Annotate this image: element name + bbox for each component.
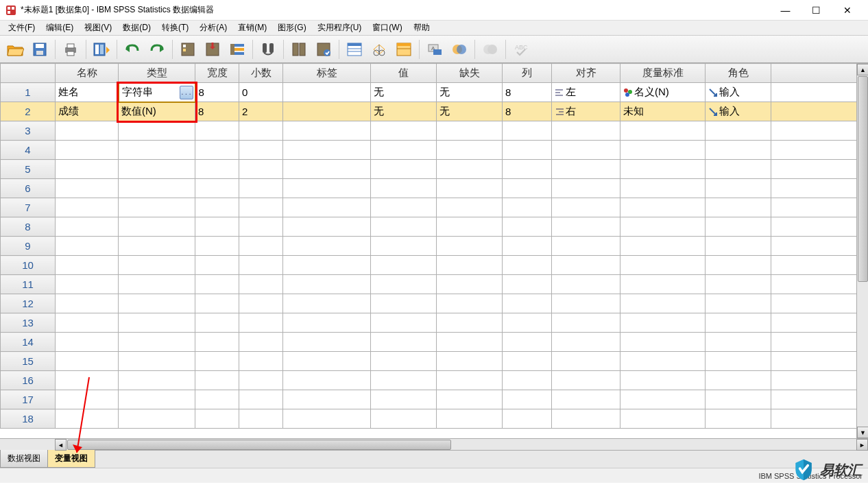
print-icon[interactable]	[60, 38, 82, 60]
spell-check-icon[interactable]: ABC	[510, 38, 532, 60]
empty-row[interactable]: 8	[1, 217, 868, 237]
vertical-scrollbar[interactable]: ▲ ▼	[856, 64, 868, 438]
tab-variable-view[interactable]: 变量视图	[47, 449, 95, 468]
menu-graphs[interactable]: 图形(G)	[272, 21, 311, 35]
empty-row[interactable]: 14	[1, 333, 868, 352]
minimize-button[interactable]: —	[770, 0, 801, 20]
empty-row[interactable]: 11	[1, 275, 868, 294]
row-number[interactable]: 8	[1, 217, 56, 237]
cell-align[interactable]: 左	[552, 83, 620, 102]
cell-cols[interactable]: 8	[503, 83, 552, 102]
tab-data-view[interactable]: 数据视图	[0, 449, 48, 468]
menu-file[interactable]: 文件(F)	[3, 21, 40, 35]
row-number[interactable]: 14	[1, 333, 56, 352]
select-cases-icon[interactable]	[343, 38, 365, 60]
cell-width[interactable]: 8	[195, 83, 239, 102]
open-icon[interactable]	[4, 38, 26, 60]
row-number[interactable]: 5	[1, 160, 56, 179]
row-number[interactable]: 17	[1, 390, 56, 409]
split-file-icon[interactable]	[288, 38, 310, 60]
scroll-right-button[interactable]: ►	[856, 439, 868, 451]
empty-row[interactable]: 13	[1, 313, 868, 333]
empty-row[interactable]: 12	[1, 294, 868, 313]
empty-row[interactable]: 6	[1, 179, 868, 198]
col-cols[interactable]: 列	[503, 64, 552, 83]
col-label[interactable]: 标签	[283, 64, 371, 83]
cell-name[interactable]: 姓名	[56, 83, 119, 102]
cell-label[interactable]	[283, 102, 371, 121]
cell-align[interactable]: 右	[552, 102, 620, 121]
menu-view[interactable]: 视图(V)	[79, 21, 117, 35]
goto-case-icon[interactable]	[177, 38, 199, 60]
col-align[interactable]: 对齐	[552, 64, 620, 83]
run-icon[interactable]	[479, 38, 501, 60]
use-sets-icon[interactable]	[393, 38, 415, 60]
recall-dialog-icon[interactable]	[91, 38, 112, 60]
empty-row[interactable]: 17	[1, 390, 868, 409]
col-missing[interactable]: 缺失	[437, 64, 503, 83]
col-type[interactable]: 类型	[119, 64, 195, 83]
scroll-up-button[interactable]: ▲	[857, 64, 868, 75]
col-decimals[interactable]: 小数	[239, 64, 283, 83]
menu-window[interactable]: 窗口(W)	[367, 21, 407, 35]
cell-type[interactable]: 数值(N)	[119, 102, 195, 121]
cell-decimals[interactable]: 2	[239, 102, 283, 121]
scroll-thumb[interactable]	[67, 440, 451, 450]
empty-row[interactable]: 4	[1, 141, 868, 160]
cell-missing[interactable]: 无	[437, 83, 503, 102]
cell-measure[interactable]: 名义(N)	[620, 83, 706, 102]
redo-icon[interactable]	[146, 38, 168, 60]
cell-width[interactable]: 8	[195, 102, 239, 121]
row-number[interactable]: 16	[1, 371, 56, 390]
close-button[interactable]: ✕	[832, 0, 863, 20]
weight-cases-icon[interactable]	[313, 38, 335, 60]
cell-measure[interactable]: 未知	[620, 102, 706, 121]
row-number[interactable]: 15	[1, 352, 56, 371]
empty-row[interactable]: 5	[1, 160, 868, 179]
col-width[interactable]: 宽度	[195, 64, 239, 83]
row-number[interactable]: 2	[1, 102, 56, 121]
row-1[interactable]: 1 姓名 字符串 . . . 8 0 无 无 8 左 名义(N) 输入	[1, 83, 868, 102]
menu-help[interactable]: 帮助	[408, 21, 435, 35]
menu-data[interactable]: 数据(D)	[117, 21, 156, 35]
col-name[interactable]: 名称	[56, 64, 119, 83]
row-number[interactable]: 6	[1, 179, 56, 198]
menu-direct[interactable]: 直销(M)	[232, 21, 272, 35]
empty-row[interactable]: 7	[1, 198, 868, 217]
empty-row[interactable]: 9	[1, 237, 868, 256]
cell-role[interactable]: 输入	[706, 102, 771, 121]
cell-decimals[interactable]: 0	[239, 83, 283, 102]
row-number[interactable]: 12	[1, 294, 56, 313]
undo-icon[interactable]	[121, 38, 143, 60]
horizontal-scrollbar[interactable]: ◄ ►	[0, 438, 868, 450]
col-measure[interactable]: 度量标准	[620, 64, 706, 83]
row-number[interactable]: 13	[1, 313, 56, 333]
row-number[interactable]: 11	[1, 275, 56, 294]
cell-type-editing[interactable]: 字符串 . . .	[119, 83, 195, 102]
type-browse-button[interactable]: . . .	[180, 86, 193, 99]
menu-edit[interactable]: 编辑(E)	[40, 21, 79, 35]
empty-row[interactable]: 16	[1, 371, 868, 390]
row-number[interactable]: 7	[1, 198, 56, 217]
goto-var-icon[interactable]	[202, 38, 224, 60]
cell-missing[interactable]: 无	[437, 102, 503, 121]
maximize-button[interactable]: ☐	[801, 0, 832, 20]
cell-values[interactable]: 无	[371, 102, 437, 121]
menu-analyze[interactable]: 分析(A)	[194, 21, 232, 35]
row-number[interactable]: 9	[1, 237, 56, 256]
value-labels-icon[interactable]	[368, 38, 390, 60]
menu-util[interactable]: 实用程序(U)	[312, 21, 367, 35]
cell-role[interactable]: 输入	[706, 83, 771, 102]
find-icon[interactable]	[257, 38, 279, 60]
col-role[interactable]: 角色	[706, 64, 771, 83]
scroll-down-button[interactable]: ▼	[857, 427, 868, 438]
row-number[interactable]: 1	[1, 83, 56, 102]
cell-label[interactable]	[283, 83, 371, 102]
row-2[interactable]: 2 成绩 数值(N) 8 2 无 无 8 右 未知 输入	[1, 102, 868, 121]
row-number[interactable]: 18	[1, 409, 56, 429]
save-icon[interactable]	[29, 38, 51, 60]
scroll-left-button[interactable]: ◄	[55, 439, 67, 451]
row-number[interactable]: 10	[1, 256, 56, 275]
show-all-icon[interactable]: A	[424, 38, 446, 60]
cell-values[interactable]: 无	[371, 83, 437, 102]
